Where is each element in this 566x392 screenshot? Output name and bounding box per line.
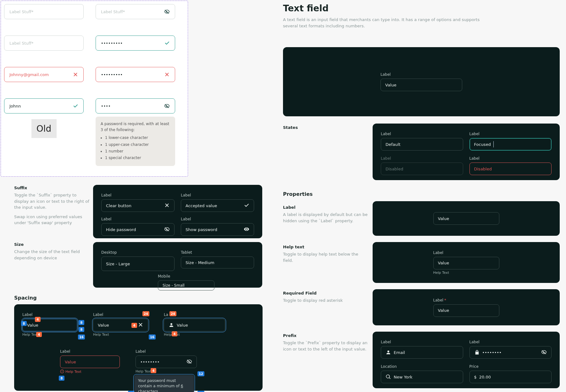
search-icon — [386, 374, 391, 380]
marker: 24 — [169, 311, 176, 316]
label: Label — [469, 132, 552, 136]
value: Disabled — [386, 167, 403, 171]
placeholder: Label Stuff* — [9, 9, 33, 14]
warn-icon — [60, 369, 64, 373]
value: Value — [385, 83, 397, 87]
old-tag: Old — [31, 119, 57, 138]
old-field-with-eye[interactable]: Label Stuff* — [96, 4, 175, 19]
hero-label: Label — [380, 72, 462, 77]
page-title: Text field — [283, 3, 560, 14]
state-error-field[interactable]: Disabled — [469, 163, 552, 175]
sp-f5[interactable]: •••••••• — [136, 356, 197, 368]
label: Label — [469, 340, 552, 344]
eye-off-icon[interactable] — [164, 9, 170, 14]
close-icon[interactable] — [164, 72, 170, 77]
prop-label-card: Value — [373, 201, 560, 236]
hero-field[interactable]: Value — [380, 79, 462, 91]
old-pw-success[interactable]: ••••••••• — [96, 36, 175, 51]
value: •••••••• — [482, 350, 502, 355]
label: Label* — [433, 298, 499, 302]
hero-card: Label Value — [283, 47, 560, 116]
prefix-email-field[interactable]: Email — [381, 346, 463, 359]
req-field[interactable]: Value — [433, 304, 499, 317]
size-small-field[interactable]: Size - Small — [158, 280, 214, 290]
value: Johnn — [9, 104, 21, 108]
sp-f2[interactable]: Value — [93, 319, 148, 331]
eye-off-icon[interactable] — [164, 103, 170, 109]
size-desktop-label: Desktop — [101, 250, 175, 255]
page-desc: A text field is an input field that merc… — [283, 17, 484, 29]
label: Label — [181, 193, 254, 197]
old-pw-error[interactable]: ••••••••• — [96, 67, 175, 82]
label: Label — [101, 217, 175, 221]
old-name-success[interactable]: Johnn — [4, 98, 84, 113]
sp-f4-error[interactable]: Value — [60, 356, 120, 368]
help-text: Help Text — [433, 271, 499, 275]
label: Location — [381, 364, 463, 369]
eye-off-icon[interactable] — [186, 359, 192, 365]
sp-f1[interactable]: Value — [22, 319, 77, 331]
help: Help Text — [136, 369, 197, 373]
value: Value — [438, 308, 449, 313]
value: Value — [98, 323, 109, 328]
value: Email — [394, 350, 405, 355]
suffix-hide-field[interactable]: Hide password — [101, 223, 175, 236]
label: Label — [22, 312, 77, 317]
pw-req-item: 1 special character — [105, 155, 170, 161]
pw-requirements: A password is required, with at least 3 … — [96, 117, 175, 166]
value: Focused — [474, 142, 491, 147]
help-field[interactable]: Value — [433, 257, 499, 269]
sp-f3[interactable]: Value — [164, 319, 225, 331]
value: ••••••••• — [101, 72, 123, 77]
value: Value — [65, 360, 76, 364]
prefix-loc-field[interactable]: New York — [381, 371, 463, 383]
spacing-card: Label Value Help Text 4 8 8 8 4 16 Label… — [14, 304, 263, 391]
old-pw-short[interactable]: •••• — [96, 98, 175, 113]
pw-tooltip: Your password must contain a minimum of … — [134, 375, 194, 392]
value: Clear button — [106, 203, 131, 208]
suffix-show-field[interactable]: Show password — [181, 223, 254, 236]
value: 20.00 — [479, 375, 491, 379]
suffix-accepted-field[interactable]: Accepted value — [181, 199, 254, 212]
eye-off-icon[interactable] — [541, 349, 547, 356]
eye-off-icon[interactable] — [164, 226, 170, 233]
close-icon[interactable] — [164, 202, 170, 209]
state-disabled-field: Disabled — [381, 163, 463, 175]
old-field-empty-1[interactable]: Label Stuff* — [4, 4, 84, 19]
prefix-price-field[interactable]: $20.00 — [469, 371, 552, 383]
size-medium-field[interactable]: Size - Medium — [181, 257, 254, 268]
value: Value — [438, 216, 449, 221]
state-default-field[interactable]: Default — [381, 138, 463, 151]
pw-req-title: A password is required, with at least 3 … — [101, 121, 170, 133]
size-side: Size Change the size of the text field d… — [14, 242, 90, 261]
prop-help-side: Help text Toggle to display help text be… — [283, 245, 368, 263]
old-field-empty-2[interactable]: Label Stuff* — [4, 36, 84, 51]
eye-icon[interactable] — [244, 226, 249, 233]
size-large-field[interactable]: Size - Large — [101, 257, 175, 271]
user-icon — [169, 322, 174, 328]
label: Label — [136, 349, 197, 354]
marker: 8 — [79, 327, 84, 332]
marker: 12 — [197, 371, 204, 376]
unlabelled-field[interactable]: Value — [433, 212, 499, 225]
value: Size - Medium — [186, 260, 214, 265]
close-icon[interactable] — [73, 72, 78, 77]
suffix-card: LabelClear button LabelAccepted value La… — [93, 185, 262, 238]
marker: 8 — [21, 321, 27, 326]
header: Text field A text field is an input fiel… — [283, 3, 560, 29]
old-email-error[interactable]: Johnny@gmail.com — [4, 67, 84, 82]
prop-label-side: Label A label is displayed by default bu… — [283, 205, 368, 224]
state-focused-field[interactable]: Focused — [469, 138, 552, 151]
check-icon — [244, 202, 249, 209]
size-tablet-label: Tablet — [181, 250, 254, 255]
marker: 24 — [142, 311, 149, 316]
close-icon[interactable] — [138, 322, 143, 329]
marker: 4 — [151, 368, 156, 373]
label: Label — [381, 132, 463, 136]
suffix-clear-field[interactable]: Clear button — [101, 199, 175, 212]
prefix-pass-field[interactable]: •••••••• — [469, 346, 552, 359]
label: Label — [381, 340, 463, 344]
states-card: LabelDefault LabelFocused LabelDisabled … — [373, 124, 560, 180]
value: Value — [27, 323, 38, 328]
value: Hide password — [106, 227, 136, 232]
